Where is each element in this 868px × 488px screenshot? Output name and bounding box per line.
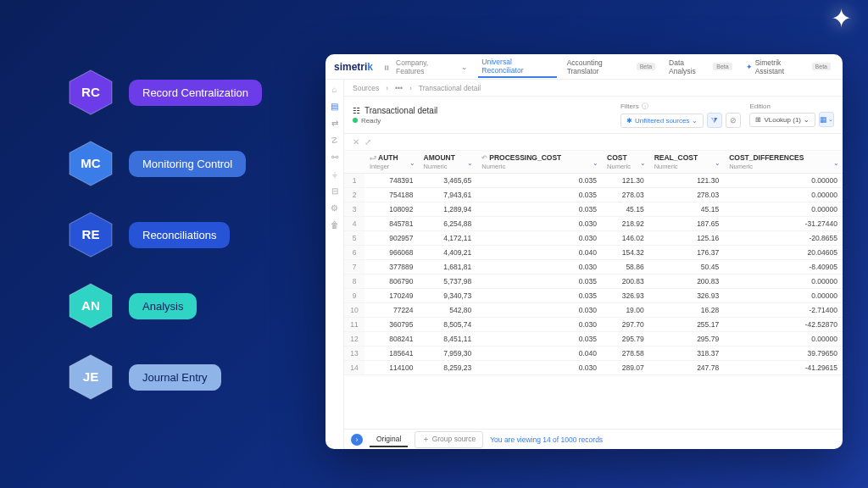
top-tab-2[interactable]: Data AnalysisBeta <box>665 57 736 77</box>
table-row[interactable]: 31080921,289,940.03545.1545.150.00000 <box>344 202 843 217</box>
cell: 902957 <box>364 231 419 246</box>
col-amount[interactable]: AMOUNTNumeric⌄ <box>419 151 477 174</box>
swap-icon[interactable]: ⇄ <box>330 119 339 128</box>
gear-icon[interactable]: ⚙ <box>330 203 339 213</box>
vlookup-button[interactable]: ⊞VLookup (1)⌄ <box>749 113 815 127</box>
edition-grid-button[interactable]: ▦⌄ <box>819 112 834 127</box>
link-icon[interactable]: ⚯ <box>330 152 339 162</box>
col-real_cost[interactable]: REAL_COSTNumeric⌄ <box>649 151 724 174</box>
info-icon[interactable]: ⓘ <box>642 102 648 111</box>
col-cost_differences[interactable]: COST_DIFFERENCESNumeric⌄ <box>724 151 843 174</box>
cell: -8.40905 <box>724 260 843 274</box>
record-count: You are viewing 14 of 1000 records <box>490 435 603 444</box>
table-row[interactable]: 88067905,737,980.035200.83200.830.00000 <box>344 274 843 289</box>
cell: 45.15 <box>649 202 724 217</box>
tab-label: Accounting Translator <box>567 58 634 75</box>
col-cost[interactable]: COSTNumeric⌄ <box>602 151 649 174</box>
chevron-down-icon[interactable]: ⌄ <box>640 159 646 167</box>
cell: 326.93 <box>649 289 724 303</box>
cell: 377889 <box>364 260 419 274</box>
add-group-source-button[interactable]: ＋ Group source <box>415 431 483 448</box>
cell: 0.030 <box>476 217 602 231</box>
plug-icon[interactable]: ⏚ <box>330 169 339 179</box>
cell: 200.83 <box>649 274 724 289</box>
col-auth[interactable]: ⮐AUTHInteger⌄ <box>364 151 419 174</box>
nav-item-1[interactable]: MCMonitoring Control <box>66 139 262 188</box>
footer-expand-button[interactable]: › <box>351 434 363 446</box>
cell: 278.58 <box>602 347 649 361</box>
table-row[interactable]: 141141008,259,230.030289.07247.78-41.296… <box>344 361 843 375</box>
table-row[interactable]: 1077224542,800.03019.0016.28-2.71400 <box>344 303 843 318</box>
table-row[interactable]: 73778891,681,810.03058.8650.45-8.40905 <box>344 260 843 274</box>
col-processing_cost[interactable]: ↶PROCESSING_COSTNumeric⌄ <box>476 151 602 174</box>
cell: 542,80 <box>419 303 477 318</box>
nav-item-3[interactable]: ANAnalysis <box>66 281 262 330</box>
table-row[interactable]: 27541887,943,610.035278.03278.030.00000 <box>344 188 843 202</box>
cell: 39.79650 <box>724 347 843 361</box>
edition-block: Edition ⊞VLookup (1)⌄ ▦⌄ <box>749 103 834 127</box>
home-icon[interactable]: ⌂ <box>330 85 339 94</box>
hex-icon: AN <box>66 281 115 330</box>
cell: -20.8655 <box>724 231 843 246</box>
cell: 176.37 <box>649 246 724 260</box>
puzzle-icon: ✱ <box>626 117 632 125</box>
cell: 3,465,65 <box>419 174 477 188</box>
nav-item-0[interactable]: RCRecord Centralization <box>66 68 262 117</box>
nav-item-2[interactable]: REReconciliations <box>66 210 262 259</box>
filter-funnel-button[interactable]: ⧩ <box>707 113 722 128</box>
chevron-down-icon: ⌄ <box>804 116 810 124</box>
company-selector[interactable]: ⫼ Company, Features ⌄ <box>383 58 468 75</box>
filter-sources-button[interactable]: ✱Unfiltered sources⌄ <box>620 114 704 128</box>
breadcrumb-ellipsis[interactable]: ••• <box>395 84 403 92</box>
table-row[interactable]: 17483913,465,650.035121.30121.300.00000 <box>344 174 843 188</box>
table-row[interactable]: 91702499,340,730.035326.93326.930.00000 <box>344 289 843 303</box>
cell: 0.035 <box>476 188 602 202</box>
nav-item-4[interactable]: JEJournal Entry <box>66 352 262 402</box>
top-tab-1[interactable]: Accounting TranslatorBeta <box>564 57 659 77</box>
chevron-right-icon: › <box>386 84 388 92</box>
cell: 295.79 <box>649 332 724 347</box>
table-wrap[interactable]: ⮐AUTHInteger⌄AMOUNTNumeric⌄↶PROCESSING_C… <box>344 151 843 429</box>
toolbar: ✕ ⤢ <box>344 134 843 151</box>
expand-icon[interactable]: ⤢ <box>364 137 371 147</box>
filter-hide-button[interactable]: ⊘ <box>726 113 741 128</box>
top-tab-0[interactable]: Universal Reconciliator <box>478 56 556 78</box>
chevron-down-icon[interactable]: ⌄ <box>593 159 598 167</box>
breadcrumb-root[interactable]: Sources <box>353 84 379 92</box>
table-row[interactable]: 131856417,959,300.040278.58318.3739.7965… <box>344 347 843 361</box>
product-nav: RCRecord CentralizationMCMonitoring Cont… <box>66 68 262 402</box>
table-row[interactable]: 48457816,254,880.030218.92187.65-31.2744… <box>344 217 843 231</box>
col-icon: ↶ <box>481 154 487 162</box>
table-row[interactable]: 128082418,451,110.035295.79295.790.00000 <box>344 332 843 347</box>
table-row[interactable]: 113607958,505,740.030297.70255.17-42.528… <box>344 318 843 332</box>
chevron-down-icon[interactable]: ⌄ <box>409 159 415 167</box>
cell: 806790 <box>364 274 419 289</box>
trash-icon[interactable]: 🗑 <box>330 220 339 230</box>
database-icon[interactable]: ⊟ <box>330 186 339 196</box>
chevron-down-icon: ⌄ <box>692 117 698 125</box>
cell: -2.71400 <box>724 303 843 318</box>
cell: 0.035 <box>476 202 602 217</box>
cell: 200.83 <box>602 274 649 289</box>
cell: -42.52870 <box>724 318 843 332</box>
cell: 187.65 <box>649 217 724 231</box>
tab-original[interactable]: Original <box>370 432 408 447</box>
chevron-down-icon: ⌄ <box>461 63 468 71</box>
cell: 0.035 <box>476 289 602 303</box>
clear-icon[interactable]: ✕ <box>353 137 359 147</box>
table-row[interactable]: 69660684,409,210.040154.32176.3720.04605 <box>344 246 843 260</box>
row-number: 11 <box>344 318 364 332</box>
list-icon[interactable]: ▤ <box>330 102 339 111</box>
chevron-down-icon[interactable]: ⌄ <box>833 159 839 167</box>
top-tab-3[interactable]: ✦Simetrik AssistantBeta <box>743 57 834 77</box>
chevron-down-icon[interactable]: ⌄ <box>467 159 473 167</box>
cell: 0.00000 <box>724 188 843 202</box>
chevron-right-icon: › <box>409 84 412 92</box>
data-table: ⮐AUTHInteger⌄AMOUNTNumeric⌄↶PROCESSING_C… <box>344 151 843 375</box>
row-number: 10 <box>344 303 364 318</box>
cell: 808241 <box>364 332 419 347</box>
footer: › Original ＋ Group source You are viewin… <box>344 429 843 449</box>
megaphone-icon[interactable]: ☡ <box>330 136 339 145</box>
table-row[interactable]: 59029574,172,110.030146.02125.16-20.8655 <box>344 231 843 246</box>
chevron-down-icon[interactable]: ⌄ <box>715 159 721 167</box>
